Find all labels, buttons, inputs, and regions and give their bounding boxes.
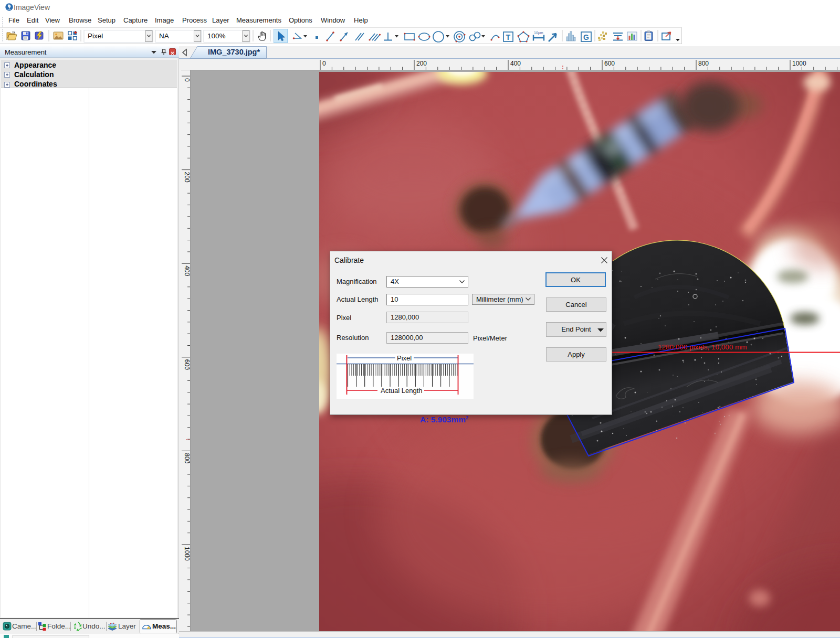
- svg-text:800: 800: [698, 60, 709, 67]
- svg-text:100%: 100%: [207, 32, 226, 40]
- svg-text:400: 400: [183, 265, 191, 276]
- svg-text:10µm: 10µm: [534, 31, 543, 35]
- svg-text:Actual Length: Actual Length: [381, 387, 423, 395]
- svg-text:800: 800: [183, 453, 191, 463]
- svg-text:NA: NA: [159, 32, 169, 40]
- svg-text:1280,000 pixels, 10,000 mm: 1280,000 pixels, 10,000 mm: [658, 343, 747, 351]
- svg-text:Meas...: Meas...: [152, 622, 176, 630]
- svg-text:200: 200: [416, 60, 427, 67]
- svg-text:600: 600: [183, 359, 191, 370]
- svg-text:Came...: Came...: [12, 622, 37, 630]
- svg-text:Pixel: Pixel: [397, 354, 412, 362]
- svg-text:A: 5.903mm²: A: 5.903mm²: [420, 415, 468, 424]
- svg-text:1000: 1000: [183, 547, 191, 561]
- svg-text:200: 200: [183, 172, 191, 183]
- svg-text:400: 400: [510, 60, 521, 67]
- svg-text:IMG_3730.jpg*: IMG_3730.jpg*: [208, 48, 260, 56]
- svg-text:600: 600: [604, 60, 615, 67]
- svg-text:G: G: [583, 33, 589, 41]
- svg-text:1000: 1000: [792, 60, 806, 67]
- svg-text:Undo...: Undo...: [82, 622, 106, 630]
- svg-text:T: T: [506, 33, 511, 41]
- svg-text:Layer: Layer: [118, 622, 136, 630]
- svg-text:0: 0: [322, 60, 326, 67]
- svg-text:0: 0: [183, 78, 191, 82]
- svg-text:Pixel: Pixel: [88, 32, 103, 40]
- svg-text:Folde...: Folde...: [47, 622, 71, 630]
